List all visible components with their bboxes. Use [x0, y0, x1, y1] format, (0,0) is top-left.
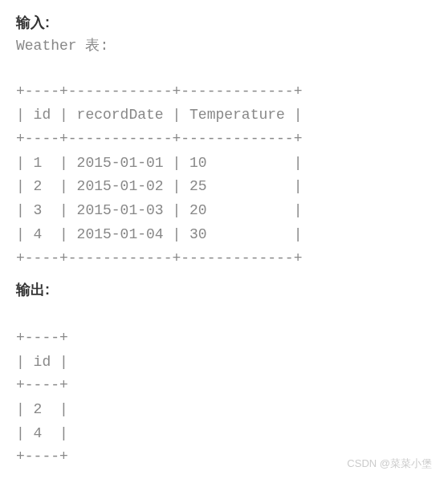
table-border: +----+------------+-------------+ — [16, 131, 302, 147]
output-table: +----+ | id | +----+ | 2 | | 4 | +----+ — [16, 302, 432, 469]
table-row: | 2 | 2015-01-02 | 25 | — [16, 178, 302, 194]
watermark: CSDN @菜菜小堡 — [347, 457, 432, 471]
weather-table-label: Weather 表: — [16, 35, 432, 55]
table-border: +----+ — [16, 330, 68, 346]
table-border: +----+------------+-------------+ — [16, 250, 302, 266]
input-heading: 输入: — [16, 13, 432, 32]
weather-table: +----+------------+-------------+ | id |… — [16, 56, 432, 270]
table-border: +----+ — [16, 448, 68, 465]
output-heading: 输出: — [16, 280, 432, 299]
table-row: | 4 | — [16, 425, 68, 441]
table-border: +----+------------+-------------+ — [16, 83, 302, 99]
table-header-row: | id | — [16, 354, 68, 370]
table-header-row: | id | recordDate | Temperature | — [16, 107, 302, 123]
table-border: +----+ — [16, 377, 68, 393]
table-row: | 2 | — [16, 401, 68, 417]
table-row: | 4 | 2015-01-04 | 30 | — [16, 226, 302, 242]
table-row: | 1 | 2015-01-01 | 10 | — [16, 155, 302, 171]
table-row: | 3 | 2015-01-03 | 20 | — [16, 202, 302, 218]
